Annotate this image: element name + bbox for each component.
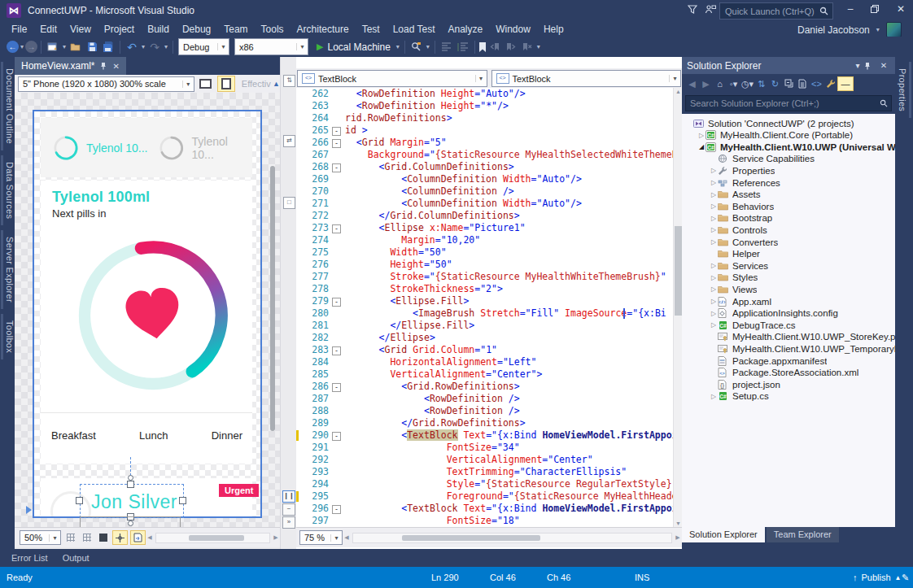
menu-file[interactable]: File <box>5 23 33 36</box>
navbar-type-combo[interactable]: <> TextBlock ▾ <box>297 70 487 87</box>
status-column[interactable]: Col 46 <box>490 573 516 582</box>
tree-item[interactable]: Solution 'ConnectUWP' (2 projects) <box>682 117 895 129</box>
forward-icon[interactable]: ▶ <box>699 77 713 91</box>
code-line[interactable]: 274 Margin="10,20" <box>296 234 673 246</box>
collapsed-arrow-icon[interactable]: ▷ <box>710 203 718 210</box>
redo-dropdown-icon[interactable]: ▾ <box>163 43 169 50</box>
solution-explorer-header[interactable]: Solution Explorer ▾ ✕ <box>682 57 895 74</box>
menu-debug[interactable]: Debug <box>176 23 217 36</box>
navbar-member-combo[interactable]: <> TextBlock ▾ <box>491 70 682 87</box>
preview-selected-items-button[interactable]: — <box>837 76 854 91</box>
code-line[interactable]: 270 <ColumnDefinition /> <box>296 185 673 198</box>
find-in-files-icon[interactable] <box>408 40 425 54</box>
menu-tools[interactable]: Tools <box>255 23 290 36</box>
tree-item[interactable]: MyHealth.Client.W10.UWP_TemporaryKey.pfx <box>682 342 895 355</box>
open-file-icon[interactable] <box>68 40 84 54</box>
collapsed-arrow-icon[interactable]: ▷ <box>710 167 718 174</box>
meal-label-dinner[interactable]: Dinner <box>212 429 242 442</box>
close-icon[interactable]: ✕ <box>877 61 890 70</box>
designer-zoom-combo[interactable]: 50% ▾ <box>20 530 61 545</box>
tree-item[interactable]: ◢C#MyHealth.Client.W10.UWP (Universal Wi… <box>682 141 895 153</box>
sidebar-tab-properties[interactable]: Properties <box>896 62 911 118</box>
code-line[interactable]: 285 VerticalAlignment="Center"> <box>296 368 673 381</box>
horizontal-split-button[interactable]: − <box>282 503 295 516</box>
tree-item[interactable]: ▷Converters <box>682 236 895 248</box>
avatar[interactable] <box>886 22 902 37</box>
code-line[interactable]: 275 Width="50" <box>296 246 673 259</box>
code-line[interactable]: 294 Style="{StaticResource RegularTextSt… <box>296 478 673 490</box>
code-line[interactable]: 269 <ColumnDefinition Width="Auto"/> <box>296 173 673 185</box>
medication-summary-card[interactable]: Tylenol 10...Tylenol 10... <box>41 118 252 177</box>
fold-collapse-icon[interactable]: - <box>332 298 341 307</box>
fold-collapse-icon[interactable]: - <box>332 163 341 172</box>
snap-grid-icon[interactable] <box>80 531 94 544</box>
designer-code-splitter[interactable]: ⇅ ⇄ □ ❙❙ − » <box>280 57 298 549</box>
quick-launch-search[interactable]: Quick Launch (Ctrl+Q) <box>719 2 833 20</box>
code-line[interactable]: 279- <Ellipse.Fill> <box>296 295 673 307</box>
menu-architecture[interactable]: Architecture <box>290 23 356 36</box>
new-project-dropdown-icon[interactable]: ▾ <box>61 43 68 50</box>
undo-dropdown-icon[interactable]: ▾ <box>140 43 146 50</box>
medication-pill-item[interactable]: Tylenol 10... <box>158 118 252 177</box>
tree-item[interactable]: ▷App.xaml <box>682 295 895 307</box>
navigate-back-button[interactable]: ← <box>7 41 19 53</box>
code-line[interactable]: 293 TextTrimming="CharacterEllipsis" <box>296 466 673 478</box>
fold-collapse-icon[interactable]: - <box>332 505 341 514</box>
code-line[interactable]: 278 StrokeThickness="2"> <box>296 283 673 295</box>
fold-collapse-icon[interactable]: - <box>332 139 341 148</box>
code-line[interactable]: 263 <RowDefinition Height="*"/> <box>296 100 673 112</box>
undo-icon[interactable]: ↶ <box>124 40 140 54</box>
menu-project[interactable]: Project <box>98 23 141 36</box>
scroll-left-icon[interactable]: ◀ <box>343 534 351 541</box>
code-line[interactable]: 295 Foreground="{StaticResource MyHealth… <box>296 490 673 503</box>
collapsed-arrow-icon[interactable]: ▷ <box>710 321 718 329</box>
code-line[interactable]: 283- <Grid Grid.Column="1" <box>296 344 673 356</box>
collapsed-arrow-icon[interactable]: ▷ <box>710 262 718 269</box>
collapsed-arrow-icon[interactable]: ▷ <box>710 285 718 293</box>
menu-analyze[interactable]: Analyze <box>441 23 489 36</box>
sync-with-active-document-icon[interactable]: ⇅ <box>754 77 768 91</box>
vertical-split-button[interactable]: ❙❙ <box>282 490 295 503</box>
tree-item[interactable]: ▷ApplicationInsights.config <box>682 307 895 320</box>
design-canvas[interactable]: Tylenol 10...Tylenol 10... Tylenol 100ml… <box>15 93 280 527</box>
code-line[interactable]: 264rid.RowDefinitions> <box>296 112 673 124</box>
clear-bookmarks-icon[interactable] <box>519 40 535 54</box>
switch-views-icon[interactable]: ◦▾ <box>727 77 740 91</box>
medication-title[interactable]: Tylenol 100ml <box>52 189 150 206</box>
save-all-icon[interactable] <box>100 40 116 54</box>
status-line[interactable]: Ln 290 <box>431 573 459 582</box>
collapsed-arrow-icon[interactable]: ▷ <box>710 215 718 222</box>
panel-tab-team-explorer[interactable]: Team Explorer <box>767 527 839 542</box>
update-on-artboard-icon[interactable] <box>130 530 146 545</box>
next-bookmark-icon[interactable] <box>503 40 519 54</box>
solution-platform-combo[interactable]: x86 ▾ <box>234 38 308 55</box>
collapsed-arrow-icon[interactable]: ▷ <box>710 179 718 186</box>
send-feedback-icon[interactable] <box>705 4 719 17</box>
pin-icon[interactable] <box>100 62 107 70</box>
bottom-tab-error-list[interactable]: Error List <box>11 553 48 563</box>
medication-subtitle[interactable]: Next pills in <box>52 207 106 220</box>
resize-handle-top[interactable] <box>127 481 134 488</box>
code-line[interactable]: 287 <RowDefinition /> <box>296 393 673 405</box>
menu-window[interactable]: Window <box>489 23 537 36</box>
code-line[interactable]: 273- <Ellipse x:Name="Picture1" <box>296 222 673 234</box>
feedback-pencil-icon[interactable]: ✎ <box>902 573 909 583</box>
status-insert-mode[interactable]: INS <box>635 573 649 582</box>
view-code-icon[interactable]: <> <box>810 77 823 91</box>
minimize-button[interactable]: – <box>840 0 861 18</box>
tree-item[interactable]: ▷References <box>682 176 895 189</box>
status-character[interactable]: Ch 46 <box>547 573 570 582</box>
search-icon[interactable] <box>880 99 891 107</box>
solution-configuration-combo[interactable]: Debug ▾ <box>178 38 229 55</box>
format-selection-icon[interactable] <box>455 40 471 54</box>
collapsed-arrow-icon[interactable]: ▷ <box>710 298 718 305</box>
toolbar-overflow-icon[interactable]: ▾ <box>535 43 542 50</box>
refresh-icon[interactable]: ↻ <box>768 77 782 91</box>
tree-item[interactable]: ▷C#DebugTrace.cs <box>682 319 895 331</box>
menu-edit[interactable]: Edit <box>33 23 63 36</box>
fold-collapse-icon[interactable]: - <box>332 432 341 441</box>
anchor-handle-top[interactable] <box>128 475 133 481</box>
tree-item[interactable]: Package.appxmanifest <box>682 355 895 367</box>
publish-button[interactable]: ↑ Publish ▲ <box>853 573 902 582</box>
medication-pill-item[interactable]: Tylenol 10... <box>52 118 148 177</box>
